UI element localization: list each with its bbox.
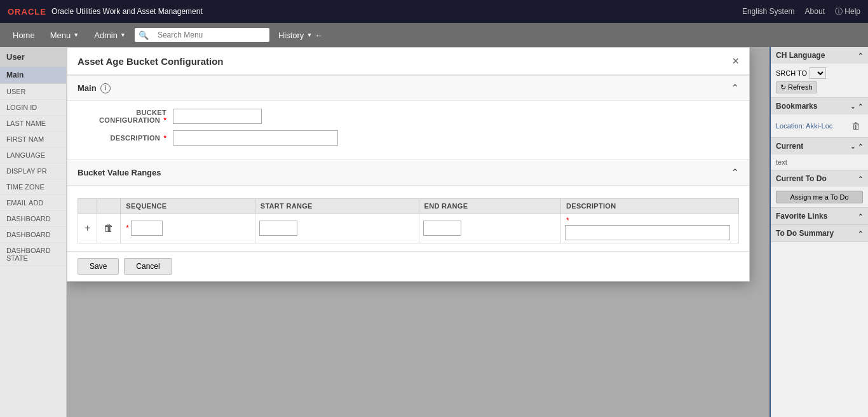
bucket-table: SEQUENCE START RANGE END RANGE DESCRIPTI… (78, 198, 739, 243)
description-label: DESCRIPTION * (78, 134, 173, 142)
bookmarks-chevron-up-icon[interactable]: ⌃ (858, 103, 863, 110)
row-description-input[interactable] (565, 225, 730, 240)
history-nav[interactable]: History ▼ ← (272, 27, 329, 44)
description-input[interactable] (173, 130, 338, 146)
back-arrow-icon[interactable]: ← (315, 31, 323, 40)
modal-overlay: Asset Age Bucket Configuration × Main i … (67, 47, 770, 417)
history-label: History (278, 31, 304, 40)
search-input[interactable] (151, 28, 266, 42)
context-chevron-up-icon[interactable]: ⌃ (858, 143, 863, 150)
table-row: + 🗑 * (78, 214, 739, 243)
favorite-links-section: Favorite Links ⌃ (771, 208, 868, 225)
todo-summary-title: To Do Summary (776, 229, 834, 238)
header-left: ORACLE Oracle Utilities Work and Asset M… (8, 7, 203, 17)
end-range-cell (419, 214, 560, 243)
delete-cell: 🗑 (97, 214, 121, 243)
save-button[interactable]: Save (78, 258, 119, 275)
end-range-input[interactable] (423, 221, 461, 236)
header-right: English System About ⓘ Help (742, 6, 860, 17)
search-to-select[interactable] (810, 67, 826, 79)
menu-dropdown-icon: ▼ (73, 32, 79, 38)
sidebar-field-dashboard2: DASHBOARD (0, 227, 66, 243)
modal-footer: Save Cancel (67, 251, 749, 281)
modal-body: Main i ⌃ BUCKET CONFIGURATION * (67, 75, 749, 281)
bookmark-delete-button[interactable]: 🗑 (849, 120, 863, 132)
description-required: * (163, 134, 166, 142)
context-chevron-down-icon[interactable]: ⌄ (850, 143, 855, 150)
context-content: text (771, 154, 868, 170)
bucket-config-input[interactable] (173, 109, 262, 124)
current-todo-header: Current To Do ⌃ (771, 170, 868, 187)
admin-nav[interactable]: Admin ▼ (88, 27, 132, 44)
search-to-section: CH Language ⌃ SRCH TO ↻ Refresh (771, 47, 868, 98)
context-section: Current ⌄ ⌃ text (771, 138, 868, 170)
search-to-collapse-icon[interactable]: ⌃ (858, 52, 863, 59)
start-range-input[interactable] (259, 221, 297, 236)
assign-todo-button[interactable]: Assign me a To Do (776, 191, 863, 203)
search-to-header: CH Language ⌃ (771, 47, 868, 64)
delete-row-button[interactable]: 🗑 (101, 221, 116, 235)
bookmark-label[interactable]: Location: Akki-Loc (776, 122, 846, 130)
asset-age-bucket-modal: Asset Age Bucket Configuration × Main i … (67, 47, 750, 282)
col-start-range: START RANGE (255, 199, 419, 214)
help-link[interactable]: ⓘ Help (835, 6, 860, 17)
about-link[interactable]: About (805, 7, 825, 16)
bucket-ranges-toggle[interactable]: ⌃ (731, 167, 739, 179)
admin-label: Admin (94, 31, 118, 40)
sidebar-field-email: EMAIL ADD (0, 195, 66, 211)
cancel-button[interactable]: Cancel (124, 258, 172, 275)
desc-cell: * (561, 214, 739, 243)
main-info-icon[interactable]: i (100, 83, 111, 93)
context-title: Current (776, 142, 803, 151)
admin-dropdown-icon: ▼ (120, 32, 126, 38)
todo-summary-header: To Do Summary ⌃ (771, 225, 868, 242)
left-sidebar: User Main USER LOGIN ID LAST NAME FIRST … (0, 47, 67, 417)
current-todo-title: Current To Do (776, 174, 827, 183)
sidebar-field-user: USER (0, 84, 66, 100)
bookmarks-title: Bookmarks (776, 102, 817, 111)
sidebar-field-dashboard1: DASHBOARD (0, 211, 66, 227)
bucket-config-label: BUCKET CONFIGURATION * (78, 109, 173, 124)
start-range-cell (255, 214, 419, 243)
sidebar-field-dashboard-state: DASHBOARD STATE (0, 243, 66, 266)
sequence-input[interactable] (131, 221, 163, 236)
bucket-ranges-section-header: Bucket Value Ranges ⌃ (67, 160, 749, 186)
bucket-ranges-title: Bucket Value Ranges (78, 168, 161, 177)
main-section-title: Main i (78, 83, 111, 93)
main-section-content: BUCKET CONFIGURATION * DESCRIPTION * (67, 101, 749, 160)
search-icon: 🔍 (139, 31, 149, 40)
search-to-label: SRCH TO (776, 69, 807, 77)
col-description: DESCRIPTION (561, 199, 739, 214)
bucket-config-row: BUCKET CONFIGURATION * (78, 109, 739, 124)
home-nav[interactable]: Home (6, 27, 41, 44)
sidebar-field-language: LANGUAGE (0, 147, 66, 163)
todo-summary-collapse-icon[interactable]: ⌃ (858, 230, 863, 237)
current-todo-content: Assign me a To Do (771, 187, 868, 207)
modal-header: Asset Age Bucket Configuration × (67, 48, 749, 75)
language-selector[interactable]: English System (742, 7, 795, 16)
bookmarks-chevron-down-icon[interactable]: ⌄ (850, 103, 855, 110)
col-actions1 (78, 199, 97, 214)
sidebar-field-timezone: TIME ZONE (0, 179, 66, 195)
content-area: Asset Age Bucket Configuration × Main i … (67, 47, 770, 417)
modal-close-button[interactable]: × (732, 55, 739, 67)
sidebar-tab-main[interactable]: Main (0, 67, 66, 84)
todo-summary-section: To Do Summary ⌃ (771, 225, 868, 242)
bookmarks-section: Bookmarks ⌄ ⌃ Location: Akki-Loc 🗑 (771, 98, 868, 138)
sidebar-field-login: LOGIN ID (0, 100, 66, 116)
search-to-title: CH Language (776, 51, 825, 60)
bookmark-item: Location: Akki-Loc 🗑 (776, 118, 863, 133)
main-section-toggle[interactable]: ⌃ (731, 82, 739, 94)
bookmarks-header: Bookmarks ⌄ ⌃ (771, 98, 868, 114)
search-container: 🔍 (135, 28, 269, 42)
menu-nav[interactable]: Menu ▼ (44, 27, 85, 44)
favorite-links-collapse-icon[interactable]: ⌃ (858, 213, 863, 220)
sequence-cell: * (121, 214, 255, 243)
col-sequence: SEQUENCE (121, 199, 255, 214)
refresh-button[interactable]: ↻ Refresh (776, 81, 817, 93)
right-sidebar: CH Language ⌃ SRCH TO ↻ Refresh Bookmark… (770, 47, 868, 417)
add-row-button[interactable]: + (82, 221, 93, 235)
current-todo-collapse-icon[interactable]: ⌃ (858, 175, 863, 182)
main-section-header: Main i ⌃ (67, 75, 749, 101)
col-actions2 (97, 199, 121, 214)
